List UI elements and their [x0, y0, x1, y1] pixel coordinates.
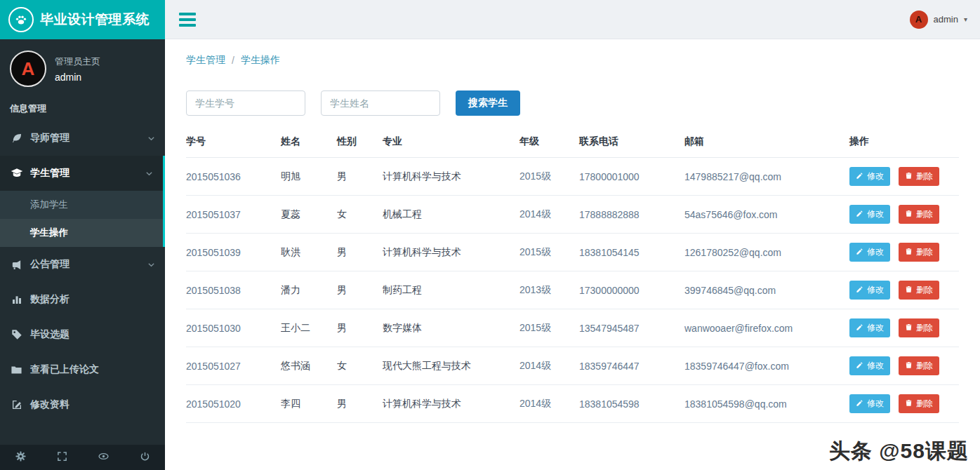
settings-button[interactable] [13, 449, 28, 466]
cell-email: 54as75646@fox.com [684, 196, 849, 234]
sidebar-item-announcement-management[interactable]: 公告管理 [0, 247, 165, 282]
student-table: 学号 姓名 性别 专业 年级 联系电话 邮箱 操作 2015051036 明旭 … [186, 128, 959, 423]
table-header-row: 学号 姓名 性别 专业 年级 联系电话 邮箱 操作 [186, 128, 959, 158]
cell-major: 制药工程 [383, 271, 519, 309]
search-student-button[interactable]: 搜索学生 [456, 90, 520, 116]
profile-name: admin [55, 72, 100, 83]
cell-name: 耿洪 [281, 234, 337, 271]
cell-phone: 17300000000 [579, 271, 684, 309]
delete-button-label: 删除 [916, 170, 933, 182]
breadcrumb: 学生管理 / 学生操作 [186, 54, 959, 67]
main-content: 学生管理 / 学生操作 搜索学生 学号 姓名 性别 专业 年级 联系电话 邮箱 … [165, 40, 980, 470]
profile-role: 管理员主页 [55, 55, 100, 68]
edit-button[interactable]: 修改 [849, 205, 890, 224]
edit-button[interactable]: 修改 [849, 394, 890, 413]
trash-icon [905, 361, 913, 371]
edit-button[interactable]: 修改 [849, 243, 890, 262]
delete-button[interactable]: 删除 [899, 394, 939, 413]
column-header-email: 邮箱 [684, 128, 849, 158]
breadcrumb-link-student-management[interactable]: 学生管理 [186, 54, 225, 67]
sidebar-item-view-uploaded-papers[interactable]: 查看已上传论文 [0, 352, 165, 387]
column-header-name: 姓名 [281, 128, 337, 158]
delete-button[interactable]: 删除 [899, 167, 939, 186]
edit-button-label: 修改 [867, 360, 884, 372]
cell-student-id: 2015051036 [186, 158, 281, 196]
hamburger-menu-button[interactable] [173, 8, 201, 31]
user-name: admin [934, 14, 958, 25]
sidebar-subitem-label: 学生操作 [30, 227, 68, 239]
pencil-icon [856, 323, 863, 333]
search-bar: 搜索学生 [186, 90, 959, 116]
cell-student-id: 2015051020 [186, 385, 281, 423]
topbar: A admin ▾ [165, 0, 980, 39]
sidebar-item-edit-profile[interactable]: 修改资料 [0, 387, 165, 422]
cell-grade: 2014级 [519, 196, 579, 234]
cell-email: 1261780252@qq.com [684, 234, 849, 271]
view-button[interactable] [96, 449, 111, 466]
student-table-body: 2015051036 明旭 男 计算机科学与技术 2015级 178000010… [186, 158, 959, 423]
table-row: 2015051039 耿洪 男 计算机科学与技术 2015级 183810541… [186, 234, 959, 271]
cell-phone: 18359746447 [579, 347, 684, 385]
cell-major: 计算机科学与技术 [383, 385, 519, 423]
delete-button[interactable]: 删除 [899, 205, 939, 224]
eye-icon [98, 450, 110, 464]
cell-name: 悠书涵 [281, 347, 337, 385]
sidebar-item-student-operations[interactable]: 学生操作 [0, 219, 163, 247]
delete-button-label: 删除 [916, 398, 933, 410]
delete-button[interactable]: 删除 [899, 318, 939, 337]
app-logo[interactable]: 毕业设计管理系统 [0, 0, 165, 39]
sidebar-item-student-management[interactable]: 学生管理 [0, 156, 163, 191]
cell-actions: 修改 删除 [849, 347, 959, 385]
sidebar-item-tutor-management[interactable]: 导师管理 [0, 121, 165, 156]
cell-actions: 修改 删除 [849, 309, 959, 347]
user-menu[interactable]: A admin ▾ [910, 11, 967, 29]
cell-gender: 男 [337, 271, 383, 309]
cell-gender: 女 [337, 347, 383, 385]
sidebar-item-topic-selection[interactable]: 毕设选题 [0, 317, 165, 352]
chevron-down-icon [145, 170, 153, 177]
cell-phone: 17800001000 [579, 158, 684, 196]
cell-name: 夏蕊 [281, 196, 337, 234]
edit-button[interactable]: 修改 [849, 167, 890, 186]
sidebar-item-data-analysis[interactable]: 数据分析 [0, 282, 165, 317]
sidebar-item-label: 数据分析 [30, 293, 155, 306]
table-row: 2015051030 王小二 男 数字媒体 2015级 13547945487 … [186, 309, 959, 347]
student-id-input[interactable] [186, 90, 305, 116]
cell-grade: 2014级 [519, 347, 579, 385]
sidebar-item-label: 公告管理 [30, 258, 140, 271]
sidebar-item-add-student[interactable]: 添加学生 [0, 191, 163, 219]
fullscreen-button[interactable] [55, 450, 69, 465]
cell-actions: 修改 删除 [849, 234, 959, 271]
user-profile: A 管理员主页 admin [0, 39, 165, 94]
delete-button[interactable]: 删除 [899, 243, 939, 262]
cell-email: wanwooaer@firefox.com [684, 309, 849, 347]
edit-button[interactable]: 修改 [849, 281, 890, 300]
edit-button-label: 修改 [867, 322, 884, 334]
cell-major: 计算机科学与技术 [383, 158, 519, 196]
chevron-down-icon [147, 135, 155, 142]
cell-student-id: 2015051037 [186, 196, 281, 234]
sidebar-menu: 导师管理 学生管理 添加学生 学生操作 [0, 121, 165, 422]
tag-icon [10, 329, 23, 340]
edit-button[interactable]: 修改 [849, 318, 890, 337]
cell-name: 潘力 [281, 271, 337, 309]
avatar: A [10, 51, 46, 87]
delete-button[interactable]: 删除 [899, 281, 939, 300]
sidebar-item-label: 学生管理 [30, 167, 138, 180]
logout-button[interactable] [138, 450, 152, 465]
cell-name: 李四 [281, 385, 337, 423]
delete-button-label: 删除 [916, 284, 933, 296]
student-name-input[interactable] [321, 90, 440, 116]
column-header-grade: 年级 [519, 128, 579, 158]
edit-button[interactable]: 修改 [849, 356, 890, 375]
pencil-icon [856, 172, 863, 182]
table-row: 2015051036 明旭 男 计算机科学与技术 2015级 178000010… [186, 158, 959, 196]
cell-major: 数字媒体 [383, 309, 519, 347]
edit-button-label: 修改 [867, 284, 884, 296]
delete-button[interactable]: 删除 [899, 356, 939, 375]
cell-major: 机械工程 [383, 196, 519, 234]
sidebar-item-label: 导师管理 [30, 132, 140, 145]
cell-phone: 13547945487 [579, 309, 684, 347]
table-row: 2015051037 夏蕊 女 机械工程 2014级 17888882888 5… [186, 196, 959, 234]
column-header-id: 学号 [186, 128, 281, 158]
